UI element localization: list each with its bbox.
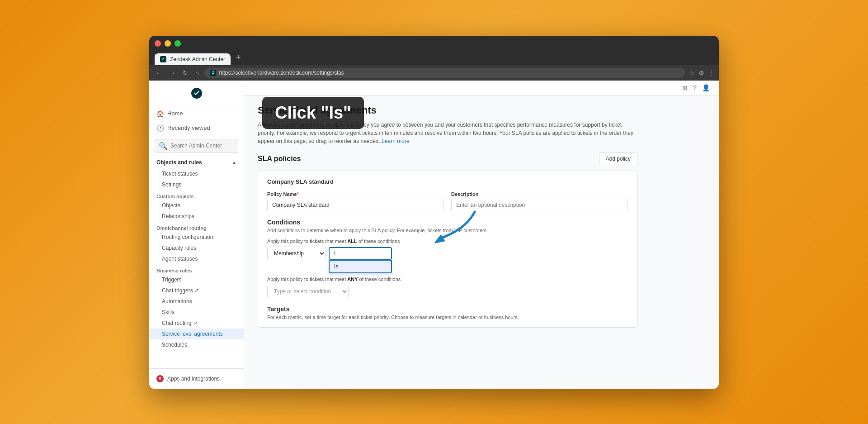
sidebar-logo — [149, 81, 244, 106]
zendesk-logo-icon — [189, 86, 204, 100]
extensions-icon[interactable]: ⚙ — [698, 69, 704, 76]
policy-name-group: Policy Name* — [267, 191, 444, 211]
help-icon[interactable]: ? — [693, 84, 697, 91]
menu-icon[interactable]: ⋮ — [708, 69, 714, 76]
description-input[interactable] — [451, 199, 628, 211]
clock-icon: 🕐 — [156, 124, 164, 132]
new-tab-button[interactable]: + — [232, 50, 245, 65]
browser-tab[interactable]: Z Zendesk Admin Center — [155, 53, 231, 65]
search-input[interactable] — [170, 143, 234, 149]
sidebar-section-objects-rules: Objects and rules ▲ Ticket statuses Sett… — [149, 157, 244, 350]
sidebar-item-objects[interactable]: Objects — [149, 200, 244, 211]
sidebar-bottom: 5 Apps and integrations — [149, 368, 244, 389]
sidebar-item-ticket-statuses[interactable]: Ticket statuses — [149, 168, 244, 179]
main-content[interactable]: ⊞ ? 👤 Service level agreements A Service… — [244, 81, 719, 389]
objects-and-rules-label: Objects and rules — [156, 159, 202, 166]
all-conditions-label: Apply this policy to tickets that meet A… — [267, 238, 628, 244]
sidebar-item-agent-statuses[interactable]: Agent statuses — [149, 253, 244, 264]
objects-and-rules-header[interactable]: Objects and rules ▲ — [149, 157, 244, 168]
policy-name-label: Policy Name* — [267, 191, 444, 197]
browser-window: Z Zendesk Admin Center + ← → ↻ ⌂ Z https… — [149, 36, 719, 389]
learn-more-link[interactable]: Learn more — [382, 138, 409, 144]
conditions-desc: Add conditions to determine when to appl… — [267, 228, 628, 233]
bookmark-icon[interactable]: ☆ — [689, 69, 695, 76]
page-title: Service level agreements — [258, 105, 637, 116]
page-content: Service level agreements A Service Level… — [244, 95, 651, 337]
browser-chrome: Z Zendesk Admin Center + — [149, 36, 719, 65]
address-bar[interactable]: Z https://selectivehardware.zendesk.com/… — [204, 68, 685, 78]
sidebar: 🏠 Home 🕐 Recently viewed 🔍 Objects and r… — [149, 81, 244, 389]
user-icon[interactable]: 👤 — [702, 84, 710, 91]
conditions-section: Conditions Add conditions to determine w… — [267, 219, 628, 298]
sidebar-item-sla[interactable]: Service level agreements — [149, 329, 244, 339]
omnichannel-routing-label: Omnichannel routing — [149, 222, 244, 232]
notification-badge: 5 — [156, 375, 164, 382]
sidebar-recently-viewed-label: Recently viewed — [167, 124, 210, 131]
home-button[interactable]: ⌂ — [193, 68, 201, 77]
dropdown-item-is[interactable]: Is — [330, 261, 391, 272]
app-body: 🏠 Home 🕐 Recently viewed 🔍 Objects and r… — [149, 81, 719, 389]
type-select-condition[interactable]: Type or select condition — [267, 285, 349, 298]
policy-card-title: Company SLA standard — [267, 178, 628, 185]
any-conditions-label: Apply this policy to tickets that meet A… — [267, 276, 628, 282]
page-description: A Service Level Agreement, or SLA, is a … — [258, 121, 637, 145]
operator-dropdown[interactable]: Is — [329, 260, 392, 273]
business-rules-label: Business rules — [149, 264, 244, 274]
search-box[interactable]: 🔍 — [155, 139, 238, 153]
operator-input[interactable]: I — [329, 247, 392, 260]
tab-title: Zendesk Admin Center — [170, 56, 225, 62]
minimize-button[interactable] — [165, 40, 171, 47]
sidebar-item-home[interactable]: 🏠 Home — [149, 106, 244, 121]
toolbar-icons: ☆ ⚙ ⋮ — [689, 69, 714, 76]
home-icon: 🏠 — [156, 110, 164, 117]
traffic-lights — [155, 40, 713, 47]
sidebar-home-label: Home — [167, 110, 183, 117]
url-display: https://selectivehardware.zendesk.com/se… — [219, 70, 344, 76]
targets-section: Targets For each metric, set a time targ… — [267, 305, 628, 320]
targets-title: Targets — [267, 305, 628, 313]
site-favicon: Z — [210, 70, 216, 76]
maximize-button[interactable] — [175, 40, 181, 47]
chevron-up-icon: ▲ — [232, 160, 236, 165]
description-group: Description — [451, 191, 628, 211]
sidebar-item-skills[interactable]: Skills — [149, 307, 244, 318]
browser-toolbar: ← → ↻ ⌂ Z https://selectivehardware.zend… — [149, 65, 719, 81]
operator-container: I Is — [329, 247, 392, 260]
top-bar: ⊞ ? 👤 — [244, 81, 719, 95]
all-condition-row: Membership I Is — [267, 247, 628, 260]
section-title: SLA policies — [258, 155, 301, 163]
sidebar-item-routing-configuration[interactable]: Routing configuration — [149, 232, 244, 243]
sidebar-item-triggers[interactable]: Triggers — [149, 274, 244, 285]
sidebar-item-chat-triggers[interactable]: Chat triggers ↗ — [149, 285, 244, 296]
policy-form-row: Policy Name* Description — [267, 191, 628, 211]
sidebar-item-recently-viewed[interactable]: 🕐 Recently viewed — [149, 121, 244, 135]
add-policy-button[interactable]: Add policy — [599, 152, 637, 165]
back-button[interactable]: ← — [154, 68, 164, 77]
description-label: Description — [451, 191, 628, 197]
tabs-bar: Z Zendesk Admin Center + — [155, 50, 713, 65]
sidebar-item-apps-integrations[interactable]: 5 Apps and integrations — [149, 372, 244, 385]
refresh-button[interactable]: ↻ — [181, 68, 190, 77]
forward-button[interactable]: → — [167, 68, 177, 77]
targets-desc: For each metric, set a time target for e… — [267, 314, 628, 320]
sidebar-item-relationships[interactable]: Relationships — [149, 211, 244, 222]
conditions-title: Conditions — [267, 219, 628, 226]
section-header: SLA policies Add policy — [258, 152, 637, 165]
sidebar-item-settings[interactable]: Settings — [149, 179, 244, 190]
sidebar-item-schedules[interactable]: Schedules — [149, 339, 244, 350]
any-condition-row: Type or select condition — [267, 285, 628, 298]
close-button[interactable] — [155, 40, 161, 47]
membership-select[interactable]: Membership — [267, 247, 326, 260]
sidebar-item-chat-routing[interactable]: Chat routing ↗ — [149, 318, 244, 329]
custom-objects-label: Custom objects — [149, 190, 244, 200]
tab-favicon: Z — [160, 56, 166, 62]
search-icon: 🔍 — [159, 142, 168, 150]
sidebar-item-capacity-rules[interactable]: Capacity rules — [149, 243, 244, 253]
policy-name-input[interactable] — [267, 199, 444, 211]
sidebar-item-automations[interactable]: Automations — [149, 296, 244, 307]
grid-icon[interactable]: ⊞ — [682, 84, 688, 91]
policy-card: Company SLA standard Policy Name* Descri… — [258, 171, 637, 328]
